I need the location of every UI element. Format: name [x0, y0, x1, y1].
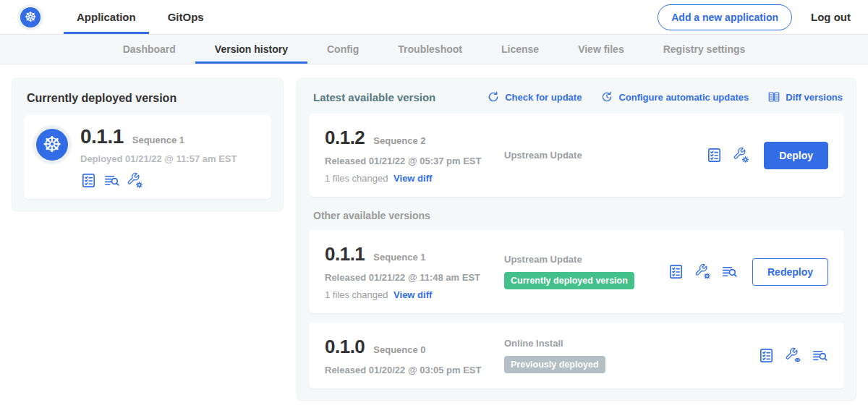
clock-arrow-icon — [600, 90, 613, 103]
latest-available-title: Latest available version — [313, 91, 435, 103]
view-diff-link[interactable]: View diff — [393, 289, 432, 300]
edit-config-icon[interactable] — [127, 172, 143, 189]
view-diff-link[interactable]: View diff — [393, 173, 432, 184]
preflight-checklist-icon[interactable] — [706, 147, 723, 163]
deploy-logs-icon[interactable] — [103, 172, 120, 189]
tab-gitops[interactable]: GitOps — [155, 0, 217, 34]
configure-automatic-updates-link[interactable]: Configure automatic updates — [600, 90, 749, 103]
deploy-logs-icon[interactable] — [721, 263, 738, 280]
tab-version-history[interactable]: Version history — [195, 35, 307, 64]
add-application-button[interactable]: Add a new application — [658, 4, 792, 30]
tab-troubleshoot[interactable]: Troubleshoot — [378, 35, 482, 64]
redeploy-button[interactable]: Redeploy — [752, 258, 828, 286]
tab-view-files[interactable]: View files — [558, 35, 644, 64]
diff-icon — [767, 90, 780, 103]
view-config-icon[interactable] — [785, 347, 801, 364]
files-changed-label: 1 files changed — [325, 173, 388, 184]
version-source-label: Upstream Update — [504, 150, 706, 161]
tab-license[interactable]: License — [482, 35, 558, 64]
version-number: 0.1.2 — [325, 127, 365, 149]
app-subnav: Dashboard Version history Config Trouble… — [0, 34, 868, 64]
sequence-label: Sequence 2 — [373, 135, 425, 146]
currently-deployed-badge: Currently deployed version — [504, 272, 634, 289]
edit-config-icon[interactable] — [694, 263, 711, 280]
diff-versions-link[interactable]: Diff versions — [767, 90, 843, 103]
deploy-logs-icon[interactable] — [812, 347, 828, 364]
preflight-checklist-icon[interactable] — [758, 347, 775, 364]
version-number: 0.1.0 — [325, 336, 365, 358]
version-source-label: Upstream Update — [504, 254, 668, 265]
deployed-sequence-label: Sequence 1 — [132, 135, 184, 145]
version-history-panel: Latest available version Check for updat… — [297, 78, 856, 401]
deploy-button[interactable]: Deploy — [764, 142, 828, 169]
version-source-label: Online Install — [504, 338, 758, 349]
tab-config[interactable]: Config — [307, 35, 378, 64]
kubernetes-logo: ☸ — [17, 4, 43, 30]
app-logo-header: ☸ — [17, 0, 43, 34]
main-content: Currently deployed version ☸ 0.1.1 Seque… — [0, 64, 868, 401]
deployed-version-number: 0.1.1 — [80, 125, 124, 148]
version-card-0-1-1: 0.1.1 Sequence 1 Released 01/21/22 @ 11:… — [309, 230, 844, 313]
other-versions-title: Other available versions — [313, 210, 843, 221]
currently-deployed-panel: Currently deployed version ☸ 0.1.1 Seque… — [12, 78, 284, 211]
released-timestamp: Released 01/21/22 @ 05:37 pm EST — [325, 156, 504, 166]
refresh-icon — [487, 90, 500, 103]
edit-config-icon[interactable] — [733, 147, 749, 163]
currently-deployed-title: Currently deployed version — [27, 92, 271, 105]
deployed-timestamp: Deployed 01/21/22 @ 11:57 am EST — [80, 153, 237, 164]
top-bar: ☸ Application GitOps Add a new applicati… — [0, 0, 868, 34]
previously-deployed-badge: Previously deployed — [504, 356, 605, 373]
sequence-label: Sequence 0 — [373, 344, 425, 355]
sequence-label: Sequence 1 — [373, 252, 425, 263]
files-changed-label: 1 files changed — [325, 289, 388, 300]
currently-deployed-card: ☸ 0.1.1 Sequence 1 Deployed 01/21/22 @ 1… — [24, 115, 271, 199]
kubernetes-app-logo: ☸ — [33, 125, 72, 164]
version-card-0-1-0: 0.1.0 Sequence 0 Released 01/20/22 @ 03:… — [309, 323, 844, 388]
released-timestamp: Released 01/21/22 @ 11:48 am EST — [325, 272, 504, 283]
released-timestamp: Released 01/20/22 @ 03:05 pm EST — [325, 365, 504, 375]
logout-button[interactable]: Log out — [811, 11, 851, 23]
tab-dashboard[interactable]: Dashboard — [103, 35, 195, 64]
top-nav: Application GitOps — [64, 0, 217, 34]
tab-application[interactable]: Application — [64, 0, 149, 34]
preflight-checklist-icon[interactable] — [80, 172, 97, 189]
version-card-0-1-2: 0.1.2 Sequence 2 Released 01/21/22 @ 05:… — [309, 114, 844, 197]
check-for-update-link[interactable]: Check for update — [487, 90, 582, 103]
version-number: 0.1.1 — [325, 243, 365, 265]
preflight-checklist-icon[interactable] — [668, 263, 684, 280]
tab-registry-settings[interactable]: Registry settings — [644, 35, 765, 64]
